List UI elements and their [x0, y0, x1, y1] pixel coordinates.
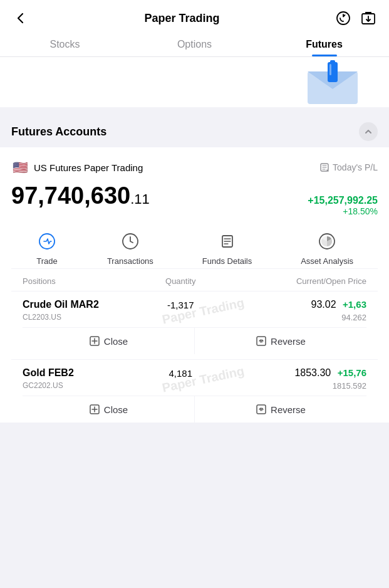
- pl-values: +15,257,992.25 +18.50%: [308, 195, 378, 216]
- position-crude-oil: Paper Trading Crude Oil MAR2 -1,317 93.0…: [11, 291, 378, 354]
- today-pl-button[interactable]: Today's P/L: [319, 162, 378, 172]
- positions-table-header: Positions Quantity Current/Open Price: [11, 269, 378, 291]
- balance-row: 97,740,630.11 +15,257,992.25 +18.50%: [11, 182, 378, 216]
- header-actions: [335, 10, 376, 26]
- share-button[interactable]: [360, 10, 376, 26]
- asset-analysis-icon: [316, 230, 338, 253]
- svg-rect-4: [330, 60, 335, 64]
- svg-rect-13: [257, 337, 266, 345]
- transactions-action[interactable]: Transactions: [107, 230, 153, 266]
- collapse-button[interactable]: [359, 122, 378, 141]
- position-gold: Paper Trading Gold FEB2 4,181 1853.30 +1…: [11, 359, 378, 423]
- crude-close-button[interactable]: Close: [23, 328, 195, 354]
- position-gold-row: Gold FEB2 4,181 1853.30 +15,76: [11, 360, 378, 381]
- account-name-row: 🇺🇸 US Futures Paper Trading Today's P/L: [11, 159, 378, 176]
- position-crude-actions: Close Reverse: [23, 327, 366, 354]
- svg-rect-15: [257, 405, 266, 414]
- gold-reverse-button[interactable]: Reverse: [195, 396, 366, 423]
- banner: [0, 57, 389, 107]
- header: Paper Trading: [0, 0, 389, 31]
- funds-details-action[interactable]: Funds Details: [202, 230, 252, 266]
- futures-accounts-title: Futures Accounts: [11, 125, 106, 139]
- position-gold-sub: GC2202.US 1815.592: [11, 381, 378, 396]
- account-name: 🇺🇸 US Futures Paper Trading: [11, 159, 143, 176]
- refresh-button[interactable]: [335, 10, 351, 26]
- tab-futures[interactable]: Futures: [259, 31, 389, 56]
- futures-accounts-section-header: Futures Accounts: [0, 113, 389, 147]
- gold-close-button[interactable]: Close: [23, 396, 195, 423]
- us-flag-icon: 🇺🇸: [11, 159, 29, 176]
- trade-action[interactable]: Trade: [36, 230, 58, 266]
- tab-stocks[interactable]: Stocks: [0, 31, 130, 56]
- transactions-icon: [119, 230, 142, 253]
- funds-details-icon: [216, 230, 239, 253]
- svg-rect-3: [328, 62, 338, 82]
- svg-point-0: [337, 12, 350, 24]
- back-button[interactable]: [13, 10, 29, 26]
- page-title: Paper Trading: [144, 12, 219, 25]
- futures-account-card: 🇺🇸 US Futures Paper Trading Today's P/L …: [0, 147, 389, 423]
- svg-rect-5: [329, 64, 331, 75]
- banner-illustration: [301, 59, 364, 106]
- position-gold-actions: Close Reverse: [23, 396, 366, 423]
- position-crude-row: Crude Oil MAR2 -1,317 93.02 +1,63: [11, 291, 378, 313]
- position-crude-sub: CL2203.US 94.262: [11, 313, 378, 327]
- balance-display: 97,740,630.11: [11, 182, 150, 209]
- tabs-bar: Stocks Options Futures: [0, 31, 389, 57]
- account-actions-row: Trade Transactions Funds Details: [11, 220, 378, 269]
- trade-icon: [36, 230, 58, 253]
- tab-options[interactable]: Options: [130, 31, 259, 56]
- asset-analysis-action[interactable]: Asset Analysis: [301, 230, 353, 266]
- crude-reverse-button[interactable]: Reverse: [195, 328, 366, 354]
